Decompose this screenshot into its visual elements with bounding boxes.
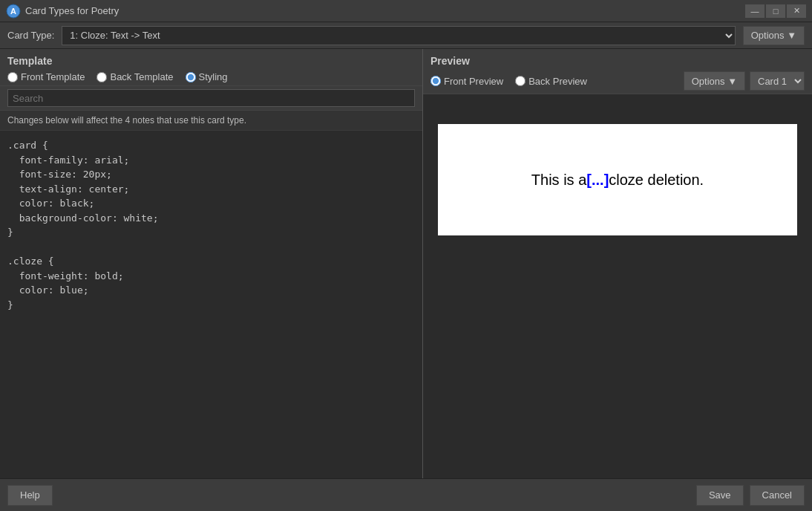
back-preview-radio[interactable] [515,76,525,86]
back-preview-label: Back Preview [528,76,587,87]
bottom-bar: Help Save Cancel [0,478,812,511]
template-panel-header: Template Front Template Back Template St… [0,49,422,86]
preview-content: This is a [...] cloze deletion. [423,94,812,478]
preview-panel: Preview Front Preview Back Preview Optio… [423,49,812,478]
front-template-label: Front Template [21,71,85,82]
card-type-select[interactable]: 1: Cloze: Text -> Text [62,26,735,45]
back-preview-radio-item[interactable]: Back Preview [515,76,587,87]
back-template-radio[interactable] [96,72,107,82]
styling-radio[interactable] [186,72,196,82]
title-bar-left: A Card Types for Poetry [6,4,119,19]
search-bar [0,86,422,111]
title-bar: A Card Types for Poetry — □ ✕ [0,0,812,22]
back-template-label: Back Template [110,71,173,82]
code-editor[interactable]: .card { font-family: arial; font-size: 2… [0,131,422,478]
notice-bar: Changes below will affect the 4 notes th… [0,111,422,131]
preview-text-before: This is a [531,172,586,189]
preview-options-button[interactable]: Options ▼ [684,71,745,91]
card-type-label: Card Type: [7,30,54,41]
cancel-button[interactable]: Cancel [750,485,805,506]
card-type-row: Card Type: 1: Cloze: Text -> Text Option… [0,22,812,49]
title-bar-controls: — □ ✕ [745,4,806,18]
card-dropdown[interactable]: Card 1 [750,71,805,91]
styling-radio-item[interactable]: Styling [186,71,228,82]
template-panel-title: Template [7,55,415,67]
anki-logo-icon: A [6,4,21,19]
preview-panel-title: Preview [430,55,805,67]
help-button[interactable]: Help [7,485,53,506]
minimize-button[interactable]: — [745,4,764,18]
options-button[interactable]: Options ▼ [743,26,805,45]
preview-cloze: [...] [586,172,609,189]
search-input[interactable] [7,89,415,107]
close-button[interactable]: ✕ [787,4,806,18]
front-template-radio[interactable] [7,72,18,82]
preview-text-after: cloze deletion. [609,172,704,189]
save-button[interactable]: Save [696,485,744,506]
window-title: Card Types for Poetry [25,5,119,16]
preview-options-group: Options ▼ Card 1 [684,71,805,91]
svg-text:A: A [10,7,16,16]
preview-radio-row: Front Preview Back Preview [430,76,587,87]
front-preview-radio-item[interactable]: Front Preview [430,76,503,87]
styling-label: Styling [199,71,228,82]
main-content: Template Front Template Back Template St… [0,49,812,478]
template-radio-row: Front Template Back Template Styling [7,71,415,82]
bottom-right-buttons: Save Cancel [696,485,805,506]
front-preview-label: Front Preview [444,76,503,87]
back-template-radio-item[interactable]: Back Template [96,71,173,82]
front-template-radio-item[interactable]: Front Template [7,71,85,82]
preview-panel-header: Preview Front Preview Back Preview Optio… [423,49,812,94]
front-preview-radio[interactable] [430,76,441,86]
preview-card: This is a [...] cloze deletion. [438,124,797,235]
maximize-button[interactable]: □ [766,4,785,18]
preview-controls-row: Front Preview Back Preview Options ▼ Car… [430,71,805,91]
template-panel: Template Front Template Back Template St… [0,49,423,478]
